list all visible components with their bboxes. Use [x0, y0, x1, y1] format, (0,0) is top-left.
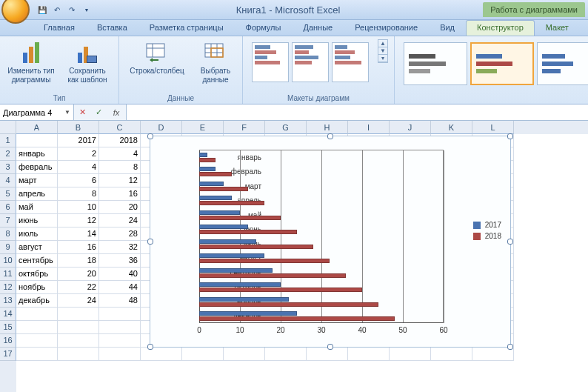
select-data-button[interactable]: Выбрать данные [195, 39, 236, 85]
row-header[interactable]: 1 [0, 134, 16, 147]
name-box-dropdown-icon[interactable]: ▼ [64, 109, 70, 116]
cell[interactable] [16, 321, 58, 334]
data-bar[interactable] [199, 297, 289, 302]
cell[interactable] [99, 308, 141, 321]
column-header[interactable]: A [16, 121, 58, 134]
cell[interactable]: 24 [58, 294, 99, 308]
row-header[interactable]: 4 [0, 174, 16, 187]
cell[interactable] [16, 348, 58, 361]
row-header[interactable]: 6 [0, 201, 16, 214]
cell[interactable] [99, 348, 141, 361]
tab-data[interactable]: Данные [292, 20, 344, 36]
data-bar[interactable] [199, 225, 248, 229]
legend-entry[interactable]: 2017 [473, 221, 501, 229]
chart-layout-1[interactable] [252, 42, 289, 82]
row-header[interactable]: 3 [0, 161, 16, 174]
plot-area[interactable] [199, 150, 444, 323]
data-bar[interactable] [199, 288, 362, 292]
redo-icon[interactable]: ↷ [65, 3, 78, 16]
data-bar[interactable] [199, 268, 273, 273]
data-bar[interactable] [199, 245, 313, 249]
resize-handle[interactable] [507, 133, 513, 139]
column-header[interactable]: E [182, 121, 224, 134]
row-header[interactable]: 7 [0, 214, 16, 227]
resize-handle[interactable] [147, 344, 153, 350]
column-header[interactable]: I [348, 121, 390, 134]
gallery-expand-icon[interactable]: ▾ [378, 55, 387, 62]
row-header[interactable]: 13 [0, 294, 16, 308]
cell[interactable] [16, 334, 58, 348]
fx-icon[interactable]: fx [107, 108, 126, 117]
data-bar[interactable] [199, 230, 297, 234]
column-header[interactable]: H [307, 121, 348, 134]
cell[interactable]: июль [16, 227, 58, 241]
data-bar[interactable] [199, 158, 216, 162]
switch-row-column-button[interactable]: Строка/столбец [125, 39, 189, 77]
data-bar[interactable] [199, 253, 264, 258]
cell[interactable] [307, 348, 348, 361]
formula-input[interactable] [127, 104, 588, 120]
cell[interactable]: 44 [99, 281, 141, 294]
data-bar[interactable] [199, 153, 207, 157]
tab-home[interactable]: Главная [33, 20, 86, 36]
cell[interactable]: 20 [58, 268, 99, 281]
column-header[interactable]: J [390, 121, 431, 134]
data-bar[interactable] [199, 239, 256, 244]
cell[interactable]: 32 [99, 241, 141, 254]
data-bar[interactable] [199, 259, 330, 263]
column-header[interactable]: B [58, 121, 99, 134]
tab-chart-layout[interactable]: Макет [535, 20, 580, 36]
cell[interactable]: сентябрь [16, 254, 58, 268]
cell[interactable]: август [16, 241, 58, 254]
cell[interactable] [58, 348, 99, 361]
tab-formulas[interactable]: Формулы [235, 20, 293, 36]
column-header[interactable]: L [472, 121, 514, 134]
cell[interactable]: 40 [99, 268, 141, 281]
chart-layout-3[interactable] [332, 42, 369, 82]
chart-legend[interactable]: 20172018 [473, 218, 501, 243]
save-icon[interactable]: 💾 [36, 3, 49, 16]
data-bar[interactable] [199, 196, 232, 200]
cell[interactable]: 24 [99, 214, 141, 227]
scroll-down-icon[interactable]: ▼ [378, 47, 387, 55]
embedded-chart[interactable]: 0102030405060январьфевральмартапрельмайи… [150, 136, 511, 348]
cell[interactable]: март [16, 174, 58, 187]
resize-handle[interactable] [327, 344, 333, 350]
row-header[interactable]: 9 [0, 241, 16, 254]
cell[interactable]: 6 [58, 174, 99, 187]
cell[interactable]: 12 [99, 174, 141, 187]
data-bar[interactable] [199, 201, 264, 205]
cell[interactable] [58, 334, 99, 348]
legend-entry[interactable]: 2018 [473, 232, 501, 240]
cell[interactable]: 28 [99, 227, 141, 241]
scroll-up-icon[interactable]: ▲ [378, 40, 387, 47]
data-bar[interactable] [199, 167, 216, 171]
row-header[interactable]: 2 [0, 147, 16, 161]
enter-formula-icon[interactable]: ✓ [90, 107, 107, 117]
cell[interactable]: 12 [58, 214, 99, 227]
resize-handle[interactable] [147, 239, 153, 245]
cell[interactable]: октябрь [16, 268, 58, 281]
cell[interactable]: 22 [58, 281, 99, 294]
resize-handle[interactable] [507, 239, 513, 245]
resize-handle[interactable] [507, 344, 513, 350]
cell[interactable]: апрель [16, 187, 58, 201]
cell[interactable]: 2 [58, 147, 99, 161]
cells-grid[interactable]: 20172018январь24февраль48март612апрель81… [16, 134, 514, 392]
tab-page-layout[interactable]: Разметка страницы [138, 20, 235, 36]
data-bar[interactable] [199, 187, 248, 191]
cell[interactable] [99, 321, 141, 334]
row-header[interactable]: 16 [0, 334, 16, 348]
cell[interactable] [390, 348, 431, 361]
cell[interactable]: 2018 [99, 134, 141, 147]
name-box[interactable]: Диаграмма 4 ▼ [0, 104, 74, 120]
data-bar[interactable] [199, 182, 224, 186]
cell[interactable]: 8 [58, 187, 99, 201]
tab-insert[interactable]: Вставка [86, 20, 138, 36]
data-bar[interactable] [199, 302, 378, 307]
data-bar[interactable] [199, 311, 297, 316]
chart-style-3[interactable] [537, 42, 588, 85]
change-chart-type-button[interactable]: Изменить тип диаграммы [6, 39, 56, 85]
cell[interactable]: ноябрь [16, 281, 58, 294]
resize-handle[interactable] [327, 133, 333, 139]
